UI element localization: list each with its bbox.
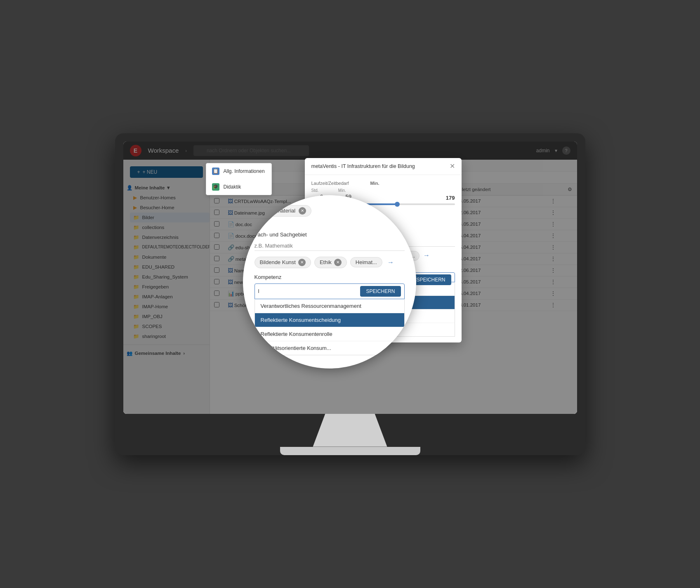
monitor: E Workspace › 🔍 admin ▾ ?: [115, 133, 585, 455]
mag-dropdown-item-konsumentscheidung[interactable]: Reflektierte Konsumentscheidung: [255, 313, 404, 327]
mag-fach-tags: Bildende Kunst ✕ Ethik ✕ Heimat...: [255, 257, 405, 268]
mag-dropdown-item-ressourcenmanagement[interactable]: Verantwortliches Ressourcenmanagement: [255, 299, 404, 313]
std-label: Std.: [311, 188, 332, 193]
mag-fach-arrow-button[interactable]: →: [386, 259, 396, 266]
modal-overlay: 📋 Allg. Informationen 🎓 Didaktik meta: [123, 142, 577, 414]
menu-item-allg-informationen[interactable]: 📋 Allg. Informationen: [206, 163, 271, 179]
mag-kompetenz-title: Kompetenz: [255, 274, 405, 280]
mag-tag-remove-button[interactable]: ✕: [299, 207, 306, 215]
min-display-label: Min.: [370, 181, 379, 186]
min-label: Min.: [338, 188, 359, 193]
fach-arrow-button[interactable]: →: [422, 251, 431, 260]
slider-thumb[interactable]: [395, 202, 400, 207]
mag-kompetenz-text-input[interactable]: [258, 288, 361, 294]
monitor-base: [280, 447, 420, 455]
mag-kompetenz-section: Kompetenz SPEICHERN Verantwortliches Res…: [255, 274, 405, 355]
mag-kompetenz-dropdown: Verantwortliches Ressourcenmanagement Re…: [255, 299, 405, 355]
mag-save-button[interactable]: SPEICHERN: [360, 286, 401, 297]
mag-content-inner: Arbeitsmaterial ✕ Fach- und Sachgebiet B…: [243, 195, 416, 368]
didaktik-icon: 🎓: [212, 183, 219, 191]
magnified-view: Arbeitsmaterial ✕ Fach- und Sachgebiet B…: [243, 195, 416, 368]
modal-close-button[interactable]: ✕: [450, 163, 455, 170]
monitor-stand: [309, 414, 391, 447]
mag-fach-input[interactable]: [255, 241, 405, 251]
mag-tag-x-button[interactable]: ✕: [298, 259, 306, 266]
mag-tag-heimat: Heimat...: [350, 257, 382, 267]
mag-dropdown-item-konsumentenrolle[interactable]: Reflektierte Konsumentenrolle: [255, 327, 404, 341]
modal-header: metaVentis - IT Infrastrukturen für die …: [305, 158, 462, 175]
mag-fach-title: Fach- und Sachgebiet: [255, 231, 405, 238]
laufzeit-label: Laufzeit/Zeitbedarf Min.: [311, 181, 455, 186]
screen: E Workspace › 🔍 admin ▾ ?: [123, 142, 577, 414]
save-button[interactable]: SPEICHERN: [410, 274, 451, 285]
app: E Workspace › 🔍 admin ▾ ?: [123, 142, 577, 414]
context-menu: 📋 Allg. Informationen 🎓 Didaktik: [206, 163, 272, 195]
mag-tag-x-button[interactable]: ✕: [334, 259, 342, 266]
mag-arbeitsmaterial-badge: Arbeitsmaterial ✕: [255, 205, 312, 217]
mag-kompetenz-input-area: SPEICHERN: [255, 283, 405, 299]
mag-tag-ethik: Ethik ✕: [314, 257, 347, 268]
mag-dropdown-item-qualitaet[interactable]: Qualitätsorientierte Konsum...: [255, 341, 404, 355]
modal-title: metaVentis - IT Infrastrukturen für die …: [311, 163, 415, 169]
allg-info-icon: 📋: [212, 168, 219, 175]
min-value: 179: [446, 188, 455, 201]
menu-item-didaktik[interactable]: 🎓 Didaktik: [206, 179, 271, 195]
mag-tag-bildende-kunst: Bildende Kunst ✕: [255, 257, 311, 268]
mag-fach-section: Fach- und Sachgebiet Bildende Kunst ✕ Et…: [255, 231, 405, 268]
